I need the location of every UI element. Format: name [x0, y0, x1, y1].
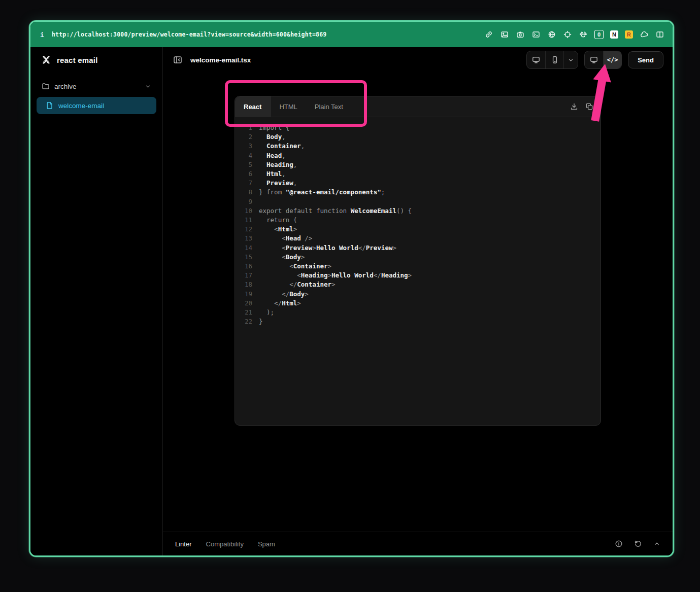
image-icon	[501, 30, 509, 39]
code-line: 3 Container,	[235, 142, 601, 151]
line-number: 7	[235, 179, 259, 188]
mobile-viewport-button[interactable]	[545, 51, 563, 68]
desktop-icon	[590, 56, 598, 64]
panel-actions	[570, 96, 593, 117]
sidebar-item-welcome-email[interactable]: welcome-email	[37, 97, 156, 114]
code-text: <Heading>Hello World</Heading>	[259, 271, 412, 280]
browser-url-bar: i http://localhost:3000/preview/welcome-…	[30, 22, 673, 47]
line-number: 16	[235, 262, 259, 271]
code-text: } from "@react-email/components";	[259, 188, 385, 197]
paw-icon	[579, 30, 587, 39]
document-title: welcome-email.tsx	[190, 56, 251, 64]
source-code-mode-button[interactable]: </>	[603, 51, 621, 68]
target-icon[interactable]	[563, 30, 572, 39]
header-controls: </> Send	[526, 51, 663, 69]
tab-plain-text[interactable]: Plain Text	[306, 96, 352, 117]
footer-tab-compatibility[interactable]: Compatibility	[206, 540, 244, 548]
browser-toolbar: 0NR	[484, 30, 664, 39]
line-number: 15	[235, 253, 259, 262]
camera-icon	[516, 30, 524, 39]
reader-icon[interactable]: R	[625, 30, 633, 39]
history-icon[interactable]	[634, 540, 642, 548]
line-number: 2	[235, 132, 259, 142]
bottom-bar: LinterCompatibilitySpam	[163, 532, 673, 555]
app-title: react email	[57, 56, 98, 64]
terminal-icon[interactable]	[531, 30, 541, 39]
split-icon[interactable]	[655, 30, 664, 39]
line-number: 22	[235, 317, 259, 326]
line-number: 11	[235, 216, 259, 225]
code-line: 2 Body,	[235, 132, 601, 142]
desktop-icon	[532, 56, 540, 64]
notion-icon[interactable]: N	[610, 30, 618, 39]
browser-window: i http://localhost:3000/preview/welcome-…	[29, 20, 674, 557]
code-text: </Container>	[259, 280, 336, 289]
code-line: 18 </Container>	[235, 280, 601, 289]
code-text: Preview,	[259, 179, 297, 188]
file-icon	[46, 101, 54, 110]
bottom-bar-actions	[615, 540, 660, 548]
code-line: 17 <Heading>Hello World</Heading>	[235, 271, 601, 280]
tab-html[interactable]: HTML	[271, 96, 306, 117]
code-text: Heading,	[259, 160, 297, 169]
terminal-icon	[532, 30, 540, 39]
sidebar-item-label: welcome-email	[58, 102, 104, 110]
logo-row[interactable]: react email	[30, 47, 162, 73]
code-text: Container,	[259, 142, 305, 151]
download-icon[interactable]	[570, 102, 578, 111]
page: i http://localhost:3000/preview/welcome-…	[0, 0, 700, 592]
code-line: 13 <Head />	[235, 234, 601, 243]
chevron-down-icon	[145, 83, 151, 90]
line-number: 17	[235, 271, 259, 280]
target-icon	[563, 30, 572, 39]
info-icon	[615, 540, 623, 548]
mobile-icon	[551, 56, 559, 64]
info-circle-icon[interactable]	[615, 540, 623, 548]
tab-react[interactable]: React	[235, 96, 271, 117]
react-email-logo-icon	[41, 54, 52, 65]
footer-tab-spam[interactable]: Spam	[258, 540, 275, 548]
code-text: }	[259, 317, 263, 326]
circle-zero-icon[interactable]: 0	[594, 30, 604, 39]
line-number: 10	[235, 206, 259, 216]
collapse-sidebar-button[interactable]	[172, 54, 183, 65]
line-number: 20	[235, 299, 259, 308]
send-button[interactable]: Send	[628, 51, 663, 68]
globe-icon[interactable]	[547, 30, 556, 39]
code-line: 4 Head,	[235, 151, 601, 160]
code-editor[interactable]: 1import {2 Body,3 Container,4 Head,5 Hea…	[235, 117, 601, 425]
source-tabs: ReactHTMLPlain Text	[235, 96, 601, 117]
sidebar-item-label: archive	[54, 83, 77, 90]
app-shell: react email archivewelcome-email welcome…	[30, 47, 673, 555]
footer-tab-linter[interactable]: Linter	[175, 540, 192, 548]
code-line: 22}	[235, 317, 601, 326]
copy-icon[interactable]	[585, 102, 593, 111]
camera-icon[interactable]	[516, 30, 525, 39]
image-icon[interactable]	[500, 30, 509, 39]
code-line: 16 <Container>	[235, 262, 601, 271]
info-icon[interactable]: i	[39, 31, 46, 39]
line-number: 19	[235, 290, 259, 299]
cloud-icon[interactable]	[640, 30, 649, 39]
view-mode-group: </>	[584, 51, 622, 69]
line-number: 4	[235, 151, 259, 160]
code-line: 15 <Body>	[235, 253, 601, 262]
paw-icon[interactable]	[579, 30, 588, 39]
code-line: 5 Heading,	[235, 160, 601, 169]
code-text: <Body>	[259, 253, 305, 262]
code-text: Html,	[259, 169, 286, 179]
address-url[interactable]: http://localhost:3000/preview/welcome-em…	[52, 31, 326, 38]
preview-mode-button[interactable]	[585, 51, 603, 68]
folder-icon	[42, 82, 50, 90]
code-text: return (	[259, 216, 297, 225]
chevron-up-icon[interactable]	[653, 540, 660, 547]
code-line: 9	[235, 197, 601, 206]
content-area: ReactHTMLPlain Text 1import {2 Body,3 Co…	[163, 73, 673, 532]
line-number: 18	[235, 280, 259, 289]
sidebar-item-archive[interactable]: archive	[37, 78, 156, 95]
desktop-viewport-button[interactable]	[527, 51, 545, 68]
history-icon	[634, 540, 642, 548]
link-icon[interactable]	[484, 30, 493, 39]
viewport-dropdown-chevron[interactable]	[563, 51, 578, 68]
code-text: import {	[259, 123, 289, 132]
